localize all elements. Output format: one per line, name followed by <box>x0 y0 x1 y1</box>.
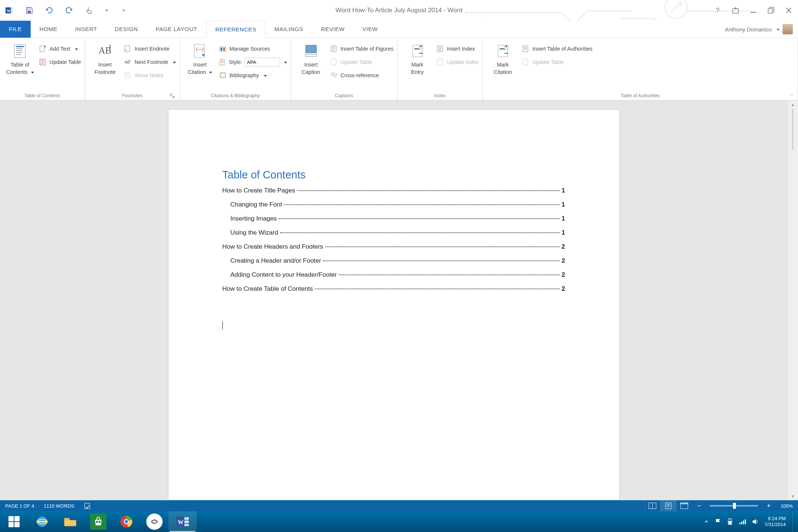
toc-entry-page: 2 <box>562 285 565 293</box>
insert-authorities-button[interactable]: Insert Table of Authorities <box>522 44 593 54</box>
vertical-scrollbar[interactable]: ▴ ▾ <box>787 100 798 500</box>
ribbon-display-options-icon[interactable] <box>732 6 740 14</box>
toc-entry[interactable]: Changing the Font 1 <box>222 201 565 208</box>
toc-entry-text: Adding Content to your Header/Footer <box>231 271 337 279</box>
tray-flag-icon[interactable] <box>715 518 722 525</box>
toc-entry-text: Creating a Header and/or Footer <box>231 257 321 265</box>
svg-rect-32 <box>221 48 222 51</box>
toc-entry-text: Changing the Font <box>231 201 282 208</box>
taskbar-word-icon[interactable]: W <box>168 511 197 532</box>
mark-citation-icon <box>495 42 511 59</box>
proofing-icon[interactable] <box>84 502 91 509</box>
svg-rect-64 <box>64 518 69 520</box>
group-label-index: Index <box>401 91 479 100</box>
svg-rect-16 <box>16 48 23 49</box>
tray-clock[interactable]: 8:24 PM 7/31/2014 <box>764 516 787 528</box>
tab-view[interactable]: VIEW <box>354 21 387 38</box>
toc-entry[interactable]: Creating a Header and/or Footer 2 <box>222 257 565 265</box>
next-footnote-button[interactable]: AB1 Next Footnote <box>124 57 176 67</box>
tab-home[interactable]: HOME <box>31 21 66 38</box>
web-layout-icon[interactable] <box>676 500 692 511</box>
bibliography-button[interactable]: Bibliography <box>219 71 287 80</box>
start-button[interactable] <box>0 511 28 532</box>
touch-mode-icon[interactable] <box>83 5 95 16</box>
show-desktop-button[interactable] <box>792 511 797 532</box>
user-account[interactable]: Anthony Domanico <box>725 21 793 38</box>
save-icon[interactable] <box>24 5 35 16</box>
tab-insert[interactable]: INSERT <box>66 21 106 38</box>
insert-caption-button[interactable]: Insert Caption <box>295 40 327 76</box>
tab-design[interactable]: DESIGN <box>106 21 147 38</box>
zoom-slider[interactable] <box>710 505 758 507</box>
svg-rect-33 <box>223 48 225 51</box>
taskbar-chrome-icon[interactable] <box>112 511 140 532</box>
scroll-up-icon[interactable]: ▴ <box>792 100 794 109</box>
tray-overflow-icon[interactable] <box>704 519 709 524</box>
tab-file[interactable]: FILE <box>0 21 31 38</box>
word-count[interactable]: 1115 WORDS <box>44 503 74 509</box>
scroll-down-icon[interactable]: ▾ <box>792 492 794 500</box>
system-tray: 8:24 PM 7/31/2014 <box>704 511 798 532</box>
toc-entry[interactable]: How to Create Table of Contents 2 <box>222 285 565 293</box>
toc-entry[interactable]: Using the Wizard 1 <box>222 229 565 236</box>
customize-qat-dropdown[interactable] <box>120 10 125 11</box>
toc-entry[interactable]: How to Create Title Pages 1 <box>222 187 565 194</box>
tab-page-layout[interactable]: PAGE LAYOUT <box>147 21 206 38</box>
footnotes-dialog-launcher-icon[interactable] <box>170 93 175 99</box>
svg-text:i: i <box>126 48 126 52</box>
mark-entry-button[interactable]: Mark Entry <box>401 40 434 76</box>
page[interactable]: Table of Contents How to Create Title Pa… <box>168 109 620 500</box>
insert-table-of-figures-button[interactable]: Insert Table of Figures <box>330 44 393 54</box>
tray-battery-icon[interactable] <box>727 518 733 525</box>
add-text-button[interactable]: Add Text <box>39 44 81 54</box>
style-select[interactable] <box>245 58 280 66</box>
manage-sources-button[interactable]: Manage Sources <box>219 44 287 54</box>
taskbar-explorer-icon[interactable] <box>56 511 84 532</box>
insert-citation-button[interactable]: (—) Insert Citation <box>184 40 216 76</box>
tray-wifi-icon[interactable] <box>739 519 746 525</box>
tab-review[interactable]: REVIEW <box>312 21 354 38</box>
taskbar-store-icon[interactable] <box>84 511 112 532</box>
tray-volume-icon[interactable] <box>752 518 758 525</box>
insert-index-button[interactable]: Insert Index <box>437 44 479 54</box>
redo-icon[interactable] <box>64 5 75 16</box>
toc-entry[interactable]: How to Create Headers and Footers 2 <box>222 243 565 250</box>
close-icon[interactable] <box>785 6 793 14</box>
tab-references[interactable]: REFERENCES <box>206 21 266 38</box>
toc-entry-text: Inserting Images <box>231 215 277 222</box>
page-indicator[interactable]: PAGE 1 OF 4 <box>5 503 34 509</box>
document-scroll-area[interactable]: Table of Contents How to Create Title Pa… <box>0 100 787 500</box>
group-citations: (—) Insert Citation Manage Sources Style… <box>180 38 291 100</box>
tab-mailings[interactable]: MAILINGS <box>266 21 312 38</box>
zoom-level[interactable]: 100% <box>776 503 793 509</box>
toc-entry-page: 1 <box>562 215 565 222</box>
zoom-in-icon[interactable]: + <box>764 502 773 510</box>
scroll-thumb[interactable] <box>792 109 793 150</box>
style-dropdown-icon[interactable] <box>282 59 287 65</box>
toc-entry[interactable]: Inserting Images 1 <box>222 215 565 222</box>
insert-endnote-icon: i <box>124 45 132 52</box>
svg-text:?: ? <box>716 7 720 14</box>
help-icon[interactable]: ? <box>714 6 722 14</box>
minimize-icon[interactable] <box>749 6 757 14</box>
toc-leader-dots <box>279 218 560 219</box>
undo-icon[interactable] <box>44 5 55 16</box>
insert-endnote-button[interactable]: i Insert Endnote <box>124 44 176 54</box>
table-of-contents-button[interactable]: Table of Contents <box>4 40 36 76</box>
read-mode-icon[interactable] <box>644 500 660 511</box>
touch-mode-dropdown[interactable] <box>103 10 108 11</box>
print-layout-icon[interactable] <box>660 500 676 511</box>
taskbar-ie-icon[interactable] <box>28 511 56 532</box>
svg-rect-57 <box>681 503 688 504</box>
toc-leader-dots <box>297 190 560 191</box>
toc-entry[interactable]: Adding Content to your Header/Footer 2 <box>222 271 565 279</box>
zoom-out-icon[interactable]: − <box>695 502 703 510</box>
update-table-button[interactable]: Update Table <box>39 57 81 67</box>
svg-point-69 <box>125 520 128 524</box>
restore-icon[interactable] <box>767 6 775 14</box>
taskbar-app-icon[interactable] <box>140 511 168 532</box>
cross-reference-button[interactable]: Cross-reference <box>330 71 393 80</box>
mark-citation-button[interactable]: Mark Citation <box>487 40 519 76</box>
insert-footnote-button[interactable]: AB1 Insert Footnote <box>89 40 121 76</box>
collapse-ribbon-icon[interactable]: ︿ <box>790 92 794 98</box>
